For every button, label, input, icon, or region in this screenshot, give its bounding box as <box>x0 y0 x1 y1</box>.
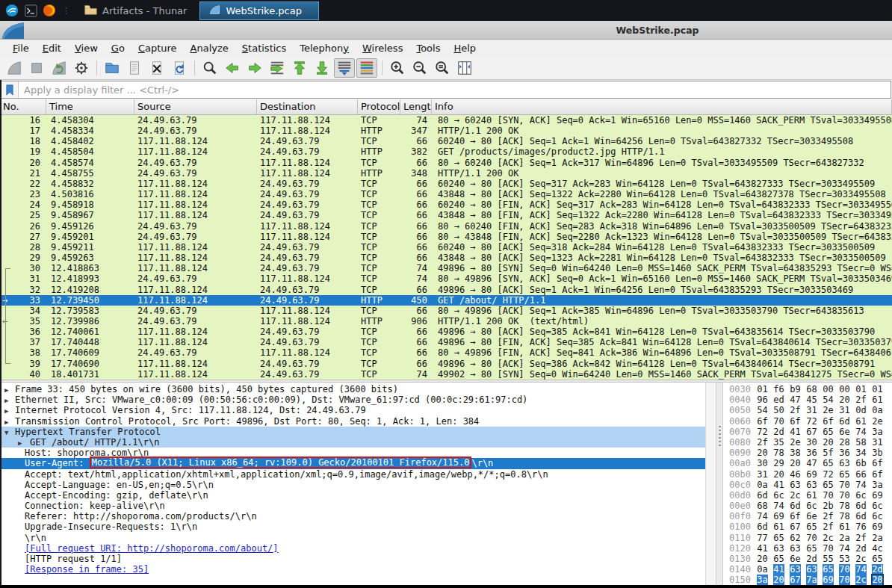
toolbar-colorize-button[interactable] <box>356 58 377 78</box>
packet-row-40[interactable]: 4018.401731117.11.88.12424.49.63.79TCP74… <box>0 369 892 380</box>
packet-row-22[interactable]: 224.458832117.11.88.12424.49.63.79TCP666… <box>0 179 892 189</box>
detail-row-16[interactable]: [HTTP request 1/1] <box>0 554 705 564</box>
hex-row-00e0[interactable]: 00e068746d6c2b786d6c <box>723 501 892 511</box>
packet-row-16[interactable]: 164.45830424.49.63.79117.11.88.124TCP748… <box>0 115 892 126</box>
packet-row-25[interactable]: 259.458967117.11.88.12424.49.63.79TCP664… <box>0 210 892 220</box>
menu-item-analyze[interactable]: Analyze <box>184 41 235 55</box>
menu-item-statistics[interactable]: Statistics <box>235 41 293 55</box>
hex-row-00a0[interactable]: 00a03029204765636b6f <box>723 458 892 468</box>
detail-row-5[interactable]: ▶GET /about/ HTTP/1.1\r\n <box>0 437 705 448</box>
packet-row-29[interactable]: 299.459263117.11.88.12424.49.63.79TCP664… <box>0 253 892 263</box>
collapsed-arrow-icon[interactable]: ▶ <box>4 395 8 406</box>
toolbar-go-back-button[interactable] <box>222 58 243 78</box>
detail-row-4[interactable]: ▼Hypertext Transfer Protocol <box>0 427 705 437</box>
toolbar-reload-file-button[interactable] <box>169 58 190 78</box>
menu-item-go[interactable]: Go <box>105 41 131 55</box>
packet-row-30[interactable]: 3012.418863117.11.88.12424.49.63.79TCP74… <box>0 263 892 273</box>
hex-row-00d0[interactable]: 00d06d6c2c6170706c69 <box>723 490 892 501</box>
collapsed-arrow-icon[interactable]: ▶ <box>4 385 8 395</box>
packet-row-37[interactable]: 3717.740448117.11.88.12424.49.63.79TCP66… <box>0 337 892 347</box>
detail-row-8[interactable]: Accept: text/html,application/xhtml+xml,… <box>0 469 705 480</box>
detail-row-11[interactable]: Connection: keep-alive\r\n <box>0 501 705 511</box>
terminal-icon[interactable] <box>23 3 38 18</box>
detail-link[interactable]: [Response in frame: 35] <box>25 564 149 575</box>
detail-row-9[interactable]: Accept-Language: en-US,en;q=0.5\r\n <box>0 480 705 490</box>
column-header-time[interactable]: Time <box>46 99 134 114</box>
taskbar-window-wireshark[interactable]: WebStrike.pcap <box>199 1 319 20</box>
toolbar-zoom-in-button[interactable] <box>387 58 408 78</box>
packet-row-35[interactable]: 35←12.73998624.49.63.79117.11.88.124HTTP… <box>0 316 892 327</box>
packet-row-33[interactable]: 33→12.739450117.11.88.12424.49.63.79HTTP… <box>0 295 892 306</box>
toolbar-zoom-out-button[interactable] <box>409 58 430 78</box>
hex-row-00f0[interactable]: 00f074696f6e2f786d6c <box>723 511 892 522</box>
packet-row-19[interactable]: 194.458504117.11.88.12424.49.63.79HTTP38… <box>0 146 892 157</box>
toolbar-zoom-reset-button[interactable] <box>432 58 453 78</box>
menu-item-wireless[interactable]: Wireless <box>356 41 409 55</box>
detail-row-12[interactable]: Referer: http://shoporoma.com/products/\… <box>0 511 705 522</box>
kali-menu-icon[interactable] <box>4 3 19 18</box>
packet-row-24[interactable]: 249.458918117.11.88.12424.49.63.79TCP666… <box>0 199 892 210</box>
toolbar-go-to-packet-button[interactable] <box>267 58 288 78</box>
packet-row-27[interactable]: 279.45920124.49.63.79117.11.88.124TCP668… <box>0 232 892 242</box>
packet-row-20[interactable]: 204.45857424.49.63.79117.11.88.124TCP668… <box>0 158 892 168</box>
packet-row-26[interactable]: 269.45912624.49.63.79117.11.88.124TCP668… <box>0 221 892 232</box>
packet-row-34[interactable]: 3412.73958324.49.63.79117.11.88.124TCP66… <box>0 306 892 316</box>
detail-row-2[interactable]: ▶Internet Protocol Version 4, Src: 117.1… <box>0 405 705 415</box>
toolbar-capture-restart-button[interactable] <box>49 58 69 78</box>
hex-row-0140[interactable]: 01400a4163636570742d <box>723 564 892 575</box>
menu-item-tools[interactable]: Tools <box>409 41 447 55</box>
packet-row-18[interactable]: 184.458402117.11.88.12424.49.63.79TCP666… <box>0 136 892 146</box>
collapsed-arrow-icon[interactable]: ▶ <box>18 438 22 448</box>
packet-row-32[interactable]: 3212.419208117.11.88.12424.49.63.79TCP66… <box>0 285 892 295</box>
toolbar-resize-columns-button[interactable] <box>454 58 475 78</box>
column-header-no[interactable]: No. <box>0 99 46 114</box>
menu-item-edit[interactable]: Edit <box>36 41 68 55</box>
bookmark-icon[interactable] <box>1 81 19 98</box>
toolbar-capture-start-button[interactable] <box>4 58 25 78</box>
display-filter-input[interactable] <box>19 81 891 98</box>
toolbar-go-forward-button[interactable] <box>244 58 265 78</box>
packet-row-39[interactable]: 3917.740690117.11.88.12424.49.63.79TCP66… <box>0 359 892 369</box>
hex-row-0150[interactable]: 01503a20677a69702c20 <box>723 575 892 585</box>
menu-item-capture[interactable]: Capture <box>131 41 184 55</box>
column-header-length[interactable]: Length <box>400 99 432 114</box>
hex-row-0080[interactable]: 00802f352e3020285831 <box>723 437 892 448</box>
column-header-destination[interactable]: Destination <box>257 99 358 114</box>
toolbar-open-file-button[interactable] <box>102 58 123 78</box>
hex-row-0070[interactable]: 0070722d4167656e743a <box>723 427 892 437</box>
packet-row-31[interactable]: 3112.41899324.49.63.79117.11.88.124TCP74… <box>0 273 892 284</box>
detail-row-0[interactable]: ▶Frame 33: 450 bytes on wire (3600 bits)… <box>0 384 705 394</box>
title-bar[interactable]: WebStrike.pcap <box>0 21 892 40</box>
detail-row-3[interactable]: ▶Transmission Control Protocol, Src Port… <box>0 416 705 427</box>
hex-row-0040[interactable]: 004096ed474554202f61 <box>723 394 892 405</box>
menu-item-file[interactable]: File <box>6 41 36 55</box>
hex-row-0050[interactable]: 005054502f312e310d0a <box>723 405 892 415</box>
detail-row-15[interactable]: [Full request URI: http://shoporoma.com/… <box>0 543 705 554</box>
packet-row-36[interactable]: 3612.740061117.11.88.12424.49.63.79TCP66… <box>0 327 892 337</box>
column-header-source[interactable]: Source <box>134 99 257 114</box>
expanded-arrow-icon[interactable]: ▼ <box>4 427 8 438</box>
toolbar-go-first-button[interactable] <box>289 58 310 78</box>
hex-row-0130[interactable]: 013020656e2d55532c65 <box>723 554 892 564</box>
packet-row-28[interactable]: 289.459211117.11.88.12424.49.63.79TCP666… <box>0 242 892 253</box>
column-header-info[interactable]: Info <box>432 99 892 114</box>
pane-splitter-vertical[interactable] <box>716 383 723 585</box>
hex-row-0100[interactable]: 01006d6167652f617669 <box>723 522 892 532</box>
toolbar-save-file-button[interactable] <box>124 58 145 78</box>
toolbar-find-packet-button[interactable] <box>199 58 220 78</box>
toolbar-go-last-button[interactable] <box>312 58 332 78</box>
hex-row-0030[interactable]: 003001f6b96800000101 <box>723 384 892 394</box>
toolbar-capture-options-button[interactable] <box>71 58 92 78</box>
hex-row-0120[interactable]: 01204163636570742d4c <box>723 543 892 554</box>
details-scrollbar[interactable] <box>705 383 716 585</box>
toolbar-capture-stop-button[interactable] <box>26 58 47 78</box>
hex-row-0060[interactable]: 00606f706f726f6d612e <box>723 416 892 427</box>
detail-link[interactable]: [Full request URI: http://shoporoma.com/… <box>25 543 279 554</box>
hex-row-00c0[interactable]: 00c00a4163636570743a <box>723 480 892 490</box>
packet-row-38[interactable]: 3817.74060924.49.63.79117.11.88.124TCP66… <box>0 347 892 358</box>
detail-row-17[interactable]: [Response in frame: 35] <box>0 564 705 575</box>
hex-row-00b0[interactable]: 00b0312046697265666f <box>723 469 892 480</box>
packet-row-23[interactable]: 234.503816117.11.88.12424.49.63.79TCP664… <box>0 189 892 199</box>
taskbar-window-thunar[interactable]: Artifacts - Thunar <box>75 1 196 20</box>
toolbar-close-file-button[interactable] <box>146 58 167 78</box>
